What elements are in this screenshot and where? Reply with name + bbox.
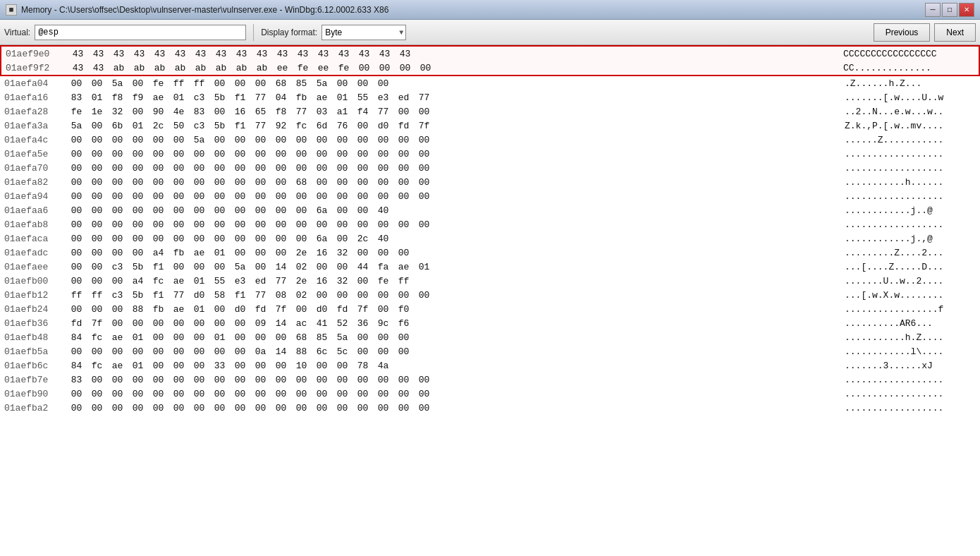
mem-hex-bytes: 000000000000000000000068000000000000 [63, 177, 839, 188]
mem-ascii: CC.............. [838, 63, 979, 73]
hex-byte: fc [148, 276, 169, 286]
hex-byte: 00 [107, 234, 128, 244]
memory-scroll-content[interactable]: 01aef9e043434343434343434343434343434343… [0, 45, 980, 556]
hex-byte: 55 [209, 276, 230, 286]
mem-hex-bytes: 830000000000000000000000000000000000 [63, 375, 839, 385]
hex-byte: 43 [68, 49, 88, 59]
hex-byte: 2e [291, 276, 312, 286]
hex-byte: 77 [250, 92, 271, 103]
virtual-input[interactable] [35, 25, 246, 40]
hex-byte: 00 [291, 304, 312, 315]
hex-byte: 43 [129, 49, 149, 59]
hex-byte: 88 [291, 346, 312, 357]
mem-hex-bytes: 84fcae010000000100000068855a000000 [63, 332, 839, 343]
mem-hex-bytes: 00000088fbae0100d0fd7f00d0fd7f00f0 [63, 304, 839, 315]
table-row: 01aefa0400005a00feffff00000068855a000000… [0, 76, 980, 90]
hex-byte: 9c [373, 318, 393, 329]
hex-byte: 00 [128, 163, 148, 174]
hex-byte: 00 [373, 163, 393, 174]
hex-byte: ae [107, 332, 128, 343]
minimize-button[interactable]: ─ [925, 3, 941, 17]
hex-byte: 00 [393, 389, 414, 399]
hex-byte: 68 [291, 332, 312, 343]
hex-byte: 00 [148, 205, 169, 216]
hex-byte: 00 [87, 149, 107, 159]
hex-byte: fb [148, 304, 169, 315]
hex-byte: 02 [291, 290, 312, 301]
hex-byte: 00 [209, 149, 230, 159]
hex-byte: 00 [332, 219, 353, 230]
mem-ascii: ..........AR6... [839, 318, 980, 329]
hex-byte: 16 [312, 276, 332, 286]
hex-byte: 5c [332, 346, 353, 357]
hex-byte: 43 [68, 63, 88, 73]
hex-byte: 00 [271, 375, 291, 385]
mem-ascii: .......U..w..2.... [839, 276, 980, 286]
hex-byte: 00 [169, 375, 189, 385]
hex-byte: 00 [87, 219, 107, 230]
mem-ascii: .................. [839, 375, 980, 385]
hex-byte: 00 [128, 318, 148, 329]
hex-byte: 00 [250, 163, 271, 174]
memory-area: 01aef9e043434343434343434343434343434343… [0, 45, 980, 556]
mem-ascii: .......[.w....U..w [839, 92, 980, 103]
hex-byte: 77 [250, 121, 271, 131]
hex-byte: 00 [414, 163, 434, 174]
hex-byte: 5b [128, 290, 148, 301]
hex-byte: ae [393, 262, 414, 272]
display-format-wrapper[interactable]: Byte ▼ [321, 25, 406, 40]
hex-byte: 00 [353, 78, 373, 89]
hex-byte: 00 [148, 177, 169, 188]
mem-hex-bytes: 8301f8f9ae01c35bf17704fbae0155e3ed77 [63, 92, 839, 103]
hex-byte: 00 [250, 375, 271, 385]
hex-byte: 43 [293, 49, 313, 59]
hex-byte: 02 [291, 262, 312, 272]
hex-byte: 00 [66, 177, 87, 188]
hex-byte: 00 [87, 375, 107, 385]
display-format-select[interactable]: Byte [321, 25, 406, 40]
mem-address: 01aefadc [0, 248, 63, 258]
hex-byte: 4e [169, 107, 189, 117]
hex-byte: 00 [189, 346, 209, 357]
mem-address: 01aef9f2 [1, 63, 65, 73]
mem-hex-bytes: 4343ababababababababeefeeefe00000000 [65, 63, 838, 73]
hex-byte: 00 [373, 290, 393, 301]
hex-byte: 00 [271, 332, 291, 343]
hex-byte: 00 [332, 205, 353, 216]
hex-byte: 00 [373, 403, 393, 413]
hex-byte: 00 [107, 149, 128, 159]
previous-button[interactable]: Previous [874, 23, 931, 42]
hex-byte: 00 [250, 262, 271, 272]
window-controls[interactable]: ─ □ ✕ [925, 3, 974, 17]
hex-byte: 00 [66, 389, 87, 399]
hex-byte: 00 [148, 318, 169, 329]
hex-byte: 01 [209, 248, 230, 258]
hex-byte: 43 [252, 49, 272, 59]
hex-byte: 5b [128, 262, 148, 272]
hex-byte: 00 [250, 135, 271, 145]
hex-byte: 00 [373, 332, 393, 343]
next-button[interactable]: Next [934, 23, 976, 42]
maximize-button[interactable]: □ [942, 3, 957, 17]
hex-byte: 00 [250, 403, 271, 413]
hex-byte: 83 [189, 107, 209, 117]
mem-hex-bytes: 4343434343434343434343434343434343 [65, 49, 838, 59]
hex-byte: 78 [353, 361, 373, 371]
close-button[interactable]: ✕ [959, 3, 974, 17]
mem-address: 01aefba2 [0, 403, 63, 413]
hex-byte: 00 [128, 375, 148, 385]
hex-byte: d0 [373, 121, 393, 131]
hex-byte: f6 [393, 318, 414, 329]
memory-table: 01aef9e043434343434343434343434343434343… [0, 45, 980, 415]
window-title: Memory - C:\Users\offsec\Desktop\vulnser… [21, 5, 388, 15]
hex-byte: 01 [189, 304, 209, 315]
hex-byte: 00 [230, 332, 250, 343]
hex-byte: 43 [109, 49, 129, 59]
hex-byte: ae [312, 92, 332, 103]
hex-byte: fe [148, 78, 169, 89]
hex-byte: 01 [128, 361, 148, 371]
hex-byte: 77 [250, 290, 271, 301]
hex-byte: fc [291, 121, 312, 131]
hex-byte: 7f [87, 318, 107, 329]
hex-byte: f0 [393, 304, 414, 315]
